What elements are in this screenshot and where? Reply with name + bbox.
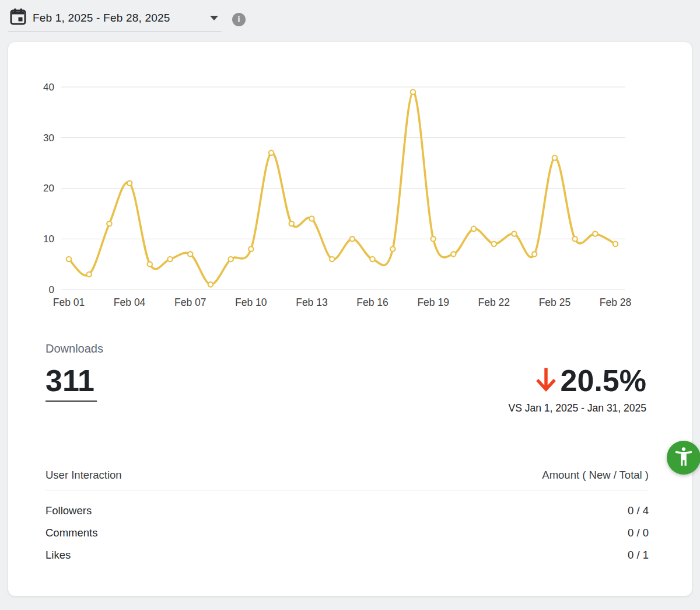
interaction-label: Followers	[46, 504, 92, 517]
user-interaction-table: User Interaction Amount ( New / Total ) …	[46, 469, 649, 566]
data-point-marker[interactable]	[107, 221, 111, 226]
x-axis-tick-label: Feb 22	[478, 297, 510, 308]
data-point-marker[interactable]	[350, 236, 355, 241]
downloads-line-chart[interactable]: 010203040Feb 01Feb 04Feb 07Feb 10Feb 13F…	[8, 42, 692, 316]
data-point-marker[interactable]	[228, 257, 233, 262]
down-arrow-icon	[536, 367, 556, 396]
data-point-marker[interactable]	[167, 257, 172, 262]
interaction-label: Likes	[46, 549, 71, 562]
data-point-marker[interactable]	[613, 242, 618, 246]
data-point-marker[interactable]	[471, 226, 476, 231]
interaction-value: 0 / 0	[628, 527, 649, 539]
data-point-marker[interactable]	[411, 89, 415, 94]
topbar: Feb 1, 2025 - Feb 28, 2025 i	[8, 6, 246, 33]
data-point-marker[interactable]	[492, 242, 496, 246]
y-axis-tick-label: 30	[43, 133, 54, 144]
y-axis-tick-label: 10	[43, 233, 54, 245]
data-point-marker[interactable]	[269, 151, 274, 155]
date-range-picker[interactable]: Feb 1, 2025 - Feb 28, 2025	[8, 6, 222, 32]
data-point-marker[interactable]	[148, 262, 152, 266]
table-row: Comments0 / 0	[46, 522, 649, 544]
data-point-marker[interactable]	[370, 257, 374, 262]
y-axis-tick-label: 20	[43, 183, 54, 194]
info-icon[interactable]: i	[232, 13, 246, 26]
table-row: Likes0 / 1	[46, 544, 649, 566]
data-point-marker[interactable]	[390, 246, 395, 251]
table-header-left: User Interaction	[46, 469, 122, 482]
delta-block: 20.5% VS Jan 1, 2025 - Jan 31, 2025	[509, 364, 646, 414]
data-point-marker[interactable]	[552, 155, 557, 160]
x-axis-tick-label: Feb 28	[600, 297, 631, 308]
data-point-marker[interactable]	[127, 181, 132, 186]
metric-value[interactable]: 311	[46, 363, 97, 402]
data-point-marker[interactable]	[249, 246, 253, 251]
x-axis-tick-label: Feb 16	[356, 297, 388, 308]
x-axis-tick-label: Feb 07	[174, 297, 206, 308]
data-point-marker[interactable]	[572, 236, 577, 241]
x-axis-tick-label: Feb 25	[539, 297, 570, 308]
table-row: Followers0 / 4	[46, 500, 649, 522]
data-point-marker[interactable]	[330, 257, 334, 262]
data-point-marker[interactable]	[309, 216, 314, 221]
data-point-marker[interactable]	[87, 272, 92, 277]
data-point-marker[interactable]	[289, 221, 294, 226]
comparison-period-label: VS Jan 1, 2025 - Jan 31, 2025	[509, 402, 646, 414]
metric-label: Downloads	[46, 342, 103, 355]
data-point-marker[interactable]	[593, 231, 597, 236]
x-axis-tick-label: Feb 10	[235, 297, 267, 308]
data-point-marker[interactable]	[451, 252, 456, 256]
analytics-card: 010203040Feb 01Feb 04Feb 07Feb 10Feb 13F…	[8, 42, 692, 596]
date-range-label: Feb 1, 2025 - Feb 28, 2025	[33, 12, 170, 25]
accessibility-widget-button[interactable]	[667, 441, 700, 475]
x-axis-tick-label: Feb 13	[296, 297, 327, 308]
data-point-marker[interactable]	[532, 252, 537, 256]
interaction-label: Comments	[46, 527, 97, 539]
interaction-value: 0 / 1	[628, 549, 649, 562]
y-axis-tick-label: 40	[43, 82, 54, 93]
chevron-down-icon	[210, 16, 218, 20]
data-point-marker[interactable]	[66, 257, 71, 262]
data-point-marker[interactable]	[512, 231, 516, 236]
x-axis-tick-label: Feb 01	[53, 297, 85, 308]
data-point-marker[interactable]	[188, 252, 192, 256]
table-header-right: Amount ( New / Total )	[542, 469, 649, 482]
delta-percent: 20.5%	[561, 364, 646, 398]
data-point-marker[interactable]	[430, 236, 435, 241]
accessibility-icon	[673, 445, 695, 470]
data-point-marker[interactable]	[208, 282, 213, 287]
table-header: User Interaction Amount ( New / Total )	[46, 469, 649, 490]
calendar-icon	[9, 8, 27, 28]
x-axis-tick-label: Feb 19	[417, 297, 449, 308]
x-axis-tick-label: Feb 04	[114, 297, 146, 308]
y-axis-tick-label: 0	[49, 284, 54, 295]
interaction-value: 0 / 4	[628, 504, 649, 517]
